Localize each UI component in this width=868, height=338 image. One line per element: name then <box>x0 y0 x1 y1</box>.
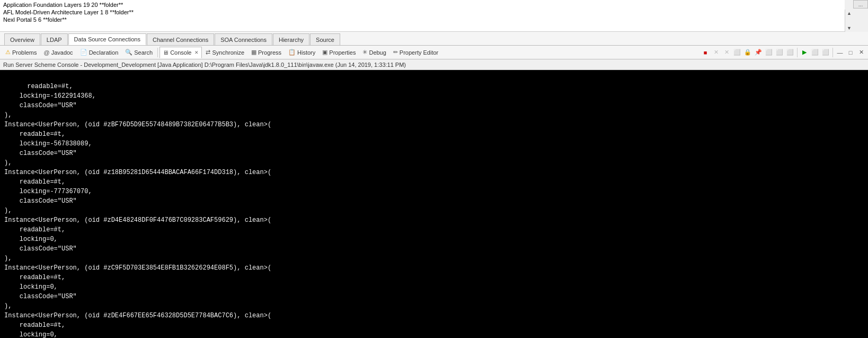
view-menu-button[interactable]: ⬜ <box>821 48 830 57</box>
clear-console-button[interactable]: ⬜ <box>732 48 742 57</box>
minimize-button[interactable]: — <box>835 48 845 57</box>
toolbar-properties-label: Properties <box>329 49 356 56</box>
folder-item-1: Application Foundation Layers 19 20 **fo… <box>3 1 842 8</box>
at-icon: @ <box>43 49 49 56</box>
scroll-lock-button[interactable]: 🔒 <box>743 48 752 57</box>
toolbar-history[interactable]: 📋 History <box>285 47 318 58</box>
console-icon: 🖥 <box>163 49 169 56</box>
toolbar-separator-right <box>797 48 798 57</box>
run-button[interactable]: ▶ <box>800 48 809 57</box>
toolbar-console[interactable]: 🖥 Console ✕ <box>160 47 202 58</box>
toolbar-console-label: Console <box>170 49 191 56</box>
open-in-editor-button[interactable]: ⬜ <box>810 48 820 57</box>
pin-console-button[interactable]: 📌 <box>754 48 763 57</box>
toolbar-problems-label: Problems <box>12 49 37 56</box>
toolbar-javadoc[interactable]: @ Javadoc <box>40 47 76 58</box>
tab-soa-connections[interactable]: SOA Connections <box>215 33 272 45</box>
paste-button[interactable]: ⬜ <box>775 48 784 57</box>
sync-icon: ⇄ <box>206 49 210 56</box>
tab-ldap[interactable]: LDAP <box>41 33 68 45</box>
scroll-up-btn[interactable]: ▲ <box>847 11 852 16</box>
folder-item-3: Nexl Portal 5 6 **folder** <box>3 16 842 23</box>
top-right-scrollbar: ... ▲ ▼ <box>845 0 868 32</box>
property-editor-icon: ✏ <box>393 49 398 56</box>
toolbar-property-editor-label: Property Editor <box>400 49 438 56</box>
disconnect-button: ✕ <box>711 48 721 57</box>
history-icon: 📋 <box>288 49 296 56</box>
debug-icon: ✳ <box>362 49 367 56</box>
toolbar-progress[interactable]: ▦ Progress <box>248 47 285 58</box>
stop-button[interactable]: ■ <box>701 48 710 57</box>
top-area: Application Foundation Layers 19 20 **fo… <box>0 0 868 32</box>
declaration-icon: 📄 <box>80 49 87 56</box>
scroll-down-btn[interactable]: ▼ <box>847 25 852 31</box>
toolbar-search-label: Search <box>134 49 153 56</box>
run-info-text: Run Server Scheme Console - Development_… <box>3 62 406 68</box>
console-output[interactable]: readable=#t, locking=-1622914368, classC… <box>0 70 868 338</box>
toolbar-declaration[interactable]: 📄 Declaration <box>77 47 122 58</box>
toolbar-debug[interactable]: ✳ Debug <box>359 47 389 58</box>
toolbar-separator-1 <box>157 48 158 57</box>
toolbar-declaration-label: Declaration <box>89 49 119 56</box>
toolbar-problems[interactable]: ⚠ Problems <box>2 47 40 58</box>
toolbar-progress-label: Progress <box>258 49 281 56</box>
toolbar-javadoc-label: Javadoc <box>51 49 73 56</box>
toolbar-properties[interactable]: ▣ Properties <box>319 47 359 58</box>
run-info-bar: Run Server Scheme Console - Development_… <box>0 59 868 70</box>
toolbar-property-editor[interactable]: ✏ Property Editor <box>390 47 441 58</box>
toolbar-separator-right2 <box>832 48 833 57</box>
tab-data-source-connections[interactable]: Data Source Connections <box>68 33 146 45</box>
console-text: readable=#t, locking=-1622914368, classC… <box>4 83 271 338</box>
tab-hierarchy[interactable]: Hierarchy <box>273 33 309 45</box>
console-toolbar: ⚠ Problems @ Javadoc 📄 Declaration 🔍 Sea… <box>0 46 868 59</box>
toolbar-search[interactable]: 🔍 Search <box>122 47 156 58</box>
toolbar-debug-label: Debug <box>369 49 386 56</box>
tab-source[interactable]: Source <box>310 33 340 45</box>
tab-overview[interactable]: Overview <box>4 33 40 45</box>
top-content-area: Application Foundation Layers 19 20 **fo… <box>0 0 845 32</box>
toolbar-right-buttons: ■ ✕ ✕ ⬜ 🔒 📌 ⬜ ⬜ ⬜ ▶ ⬜ ⬜ — □ ✕ <box>701 48 866 57</box>
toolbar-synchronize[interactable]: ⇄ Synchronize <box>202 47 247 58</box>
maximize-button[interactable]: □ <box>846 48 855 57</box>
console-close-icon[interactable]: ✕ <box>194 50 199 55</box>
remove-terminated-button: ✕ <box>722 48 731 57</box>
search-icon: 🔍 <box>125 49 132 56</box>
progress-icon: ▦ <box>251 49 256 56</box>
close-view-button[interactable]: ✕ <box>856 48 866 57</box>
warning-icon: ⚠ <box>5 49 11 56</box>
toolbar-synchronize-label: Synchronize <box>212 49 244 56</box>
tab-channel-connections[interactable]: Channel Connections <box>147 33 214 45</box>
select-all-button[interactable]: ⬜ <box>785 48 795 57</box>
toolbar-history-label: History <box>297 49 315 56</box>
copy-button[interactable]: ⬜ <box>764 48 774 57</box>
top-tabs-bar: Overview LDAP Data Source Connections Ch… <box>0 32 868 46</box>
folder-item-2: AFL Model-Driven Architecture Layer 1 8 … <box>3 8 842 16</box>
properties-icon: ▣ <box>322 49 327 56</box>
more-button[interactable]: ... <box>853 0 868 8</box>
